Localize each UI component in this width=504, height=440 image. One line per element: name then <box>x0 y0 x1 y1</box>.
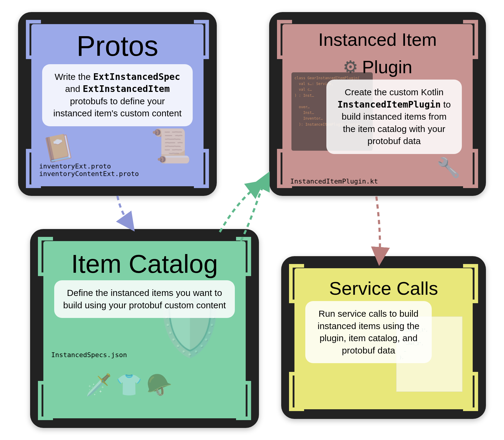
card-description: Run service calls to build instanced ite… <box>305 301 432 363</box>
card-title: Instanced Item ⚙ Plugin <box>290 30 465 77</box>
card-filenames: InstancedSpecs.json <box>51 351 238 359</box>
card-description: Create the custom Kotlin InstancedItemPl… <box>326 80 462 154</box>
card-title: Service Calls <box>302 278 465 298</box>
card-title: Protos <box>39 31 196 61</box>
gear-icon: ⚙ <box>343 58 358 76</box>
card-description: Write the ExtInstancedSpec and ExtInstan… <box>42 64 193 126</box>
arrow-plugin-to-calls <box>376 196 380 262</box>
wrench-icon: 🔧 <box>437 156 461 179</box>
equipment-icons: 🗡️👕🪖 <box>86 372 177 397</box>
card-filenames: InstancedItemPlugin.kt <box>290 178 465 185</box>
card-title: Item Catalog <box>51 250 238 277</box>
card-plugin: Instanced Item ⚙ Plugin class GearInstan… <box>269 12 486 196</box>
card-description: Define the instanced items you want to b… <box>54 280 235 318</box>
card-protos: Protos Write the ExtInstancedSpec and Ex… <box>18 12 217 196</box>
diagram-canvas: Protos Write the ExtInstancedSpec and Ex… <box>12 12 492 428</box>
book-icon: 📔 <box>41 131 76 165</box>
arrow-catalog-to-plugin <box>220 182 262 232</box>
card-filenames: inventoryExt.proto inventoryContentExt.p… <box>39 162 196 178</box>
arrow-protos-to-catalog <box>117 196 132 228</box>
scroll-icon: 📜 <box>150 126 191 165</box>
card-service-calls: Service Calls { "…sword_1", "…hat_2", …}… <box>281 256 486 419</box>
card-item-catalog: Item Catalog 🛡️ Define the instanced ite… <box>30 229 259 428</box>
